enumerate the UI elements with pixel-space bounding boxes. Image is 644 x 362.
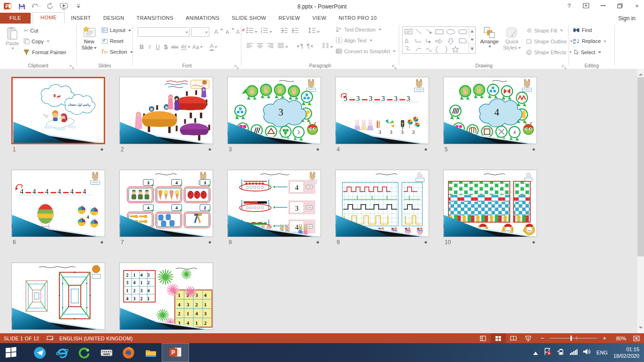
paragraph-dialog-launcher[interactable] [392,63,397,67]
animation-star-icon[interactable]: ★ [424,147,428,152]
animation-star-icon[interactable]: ★ [100,147,104,152]
slide-thumbnail-7[interactable]: 3 4 3 4 4 2 [119,170,213,237]
tray-clock[interactable]: 01:15 18/02/2020 [613,346,639,359]
tray-language-indicator[interactable]: ENG [596,350,608,355]
underline-button[interactable]: U [154,42,162,51]
slide-thumbnail-4[interactable]: 333333 3 3 3 3 [335,77,429,144]
shrink-font-button[interactable]: A [223,27,234,36]
animation-star-icon[interactable]: ★ [532,147,536,152]
paste-button[interactable]: Paste [4,26,21,50]
help-button[interactable]: ? [564,1,574,10]
zoom-out-button[interactable]: − [541,335,545,342]
scrollbar-thumb[interactable] [637,77,644,256]
align-right-button[interactable] [267,42,274,49]
line-spacing-button[interactable] [308,27,320,34]
tab-review[interactable]: REVIEW [272,13,306,24]
slide-thumbnail-2[interactable] [119,77,213,144]
font-name-combo[interactable] [138,27,190,37]
text-direction-button[interactable]: AText Direction [336,26,381,33]
slide-thumbnail-11[interactable] [11,263,105,330]
zoom-in-button[interactable]: + [603,335,606,342]
ltr-direction-button[interactable]: ¶ [297,43,303,49]
taskbar-powerpoint-icon[interactable]: P [162,343,189,362]
zoom-level[interactable]: 80% [610,336,626,341]
taskbar-file-explorer-icon[interactable] [140,343,162,362]
slide-thumbnail-5[interactable]: 4 4 [443,77,537,144]
normal-view-button[interactable] [476,333,491,343]
spell-check-icon[interactable] [47,336,54,341]
columns-button[interactable] [322,42,333,49]
align-center-button[interactable] [256,42,264,49]
slide-thumbnail-12[interactable]: 2 1 4 3 3 4 1 2 1 2 3 4 4 3 2 1 1 2 3 4 … [119,263,213,330]
tray-network-icon[interactable] [570,348,578,357]
rtl-direction-button[interactable]: ¶ [306,43,312,49]
format-painter-button[interactable]: Format Painter [24,49,66,55]
close-button[interactable]: × [632,1,642,10]
section-button[interactable]: Section [101,49,133,55]
animation-star-icon[interactable]: ★ [424,240,428,245]
numbering-button[interactable]: 123 [261,27,272,34]
justify-button[interactable] [277,42,288,49]
slide-sorter-view-button[interactable] [491,333,506,343]
tab-design[interactable]: DESIGN [97,13,131,24]
decrease-indent-button[interactable] [281,27,288,34]
shapes-gallery[interactable] [402,26,476,54]
slide-thumbnail-8[interactable]: 4 3 [227,170,321,237]
start-button[interactable] [0,343,22,362]
font-size-combo[interactable] [191,27,209,37]
reading-view-button[interactable] [506,333,521,343]
slide-thumbnail-9[interactable] [335,170,429,237]
slide-thumbnail-10[interactable] [443,170,537,237]
slide-show-button[interactable] [521,333,536,343]
text-shadow-button[interactable]: S [162,42,170,51]
clipboard-dialog-launcher[interactable] [70,63,74,67]
minimize-button[interactable] [598,1,608,10]
reset-button[interactable]: Reset [101,38,124,44]
tab-nitro-pro[interactable]: NITRO PRO 10 [332,13,383,24]
animation-star-icon[interactable]: ★ [532,240,536,245]
taskbar-firefox-icon[interactable] [117,343,140,362]
new-slide-button[interactable]: New Slide [79,26,99,51]
fit-slide-to-window-button[interactable] [629,333,644,343]
taskbar-internet-explorer-icon[interactable] [51,343,73,362]
animation-star-icon[interactable]: ★ [208,147,212,152]
zoom-slider-thumb[interactable] [570,336,572,341]
slide-indicator[interactable]: SLIDE 1 OF 12 [4,336,39,341]
language-indicator[interactable]: ENGLISH (UNITED KINGDOM) [59,336,132,341]
increase-indent-button[interactable] [291,27,299,34]
tab-home[interactable]: HOME [33,12,65,24]
replace-button[interactable]: abacReplace [573,38,606,44]
tab-insert[interactable]: INSERT [65,13,97,24]
tab-slide-show[interactable]: SLIDE SHOW [226,13,272,24]
slide-thumbnail-3[interactable]: 3 3 [227,77,321,144]
zoom-slider[interactable] [550,338,597,338]
taskbar-telegram-icon[interactable] [29,343,51,362]
find-button[interactable]: Find [573,27,592,33]
taskbar-green-swirl-icon[interactable] [73,343,95,362]
drawing-dialog-launcher[interactable] [562,63,567,67]
ribbon-display-options-button[interactable] [581,1,591,10]
copy-button[interactable]: Copy [24,38,50,44]
tab-view[interactable]: VIEW [306,13,332,24]
slide-thumbnail-1[interactable]: تم 8 ریاضی اول دبستان [11,77,105,144]
bold-button[interactable]: B [138,42,146,51]
slide-thumbnail-6[interactable]: 444444 4 4 [11,170,105,237]
convert-smartart-button[interactable]: Convert to SmartArt [336,48,396,54]
animation-star-icon[interactable]: ★ [100,240,104,245]
bullets-button[interactable] [246,27,257,34]
animation-star-icon[interactable]: ★ [316,147,320,152]
tray-volume-icon[interactable] [583,348,591,357]
shape-effects-button[interactable]: Shape Effects [526,49,572,55]
strikethrough-button[interactable]: abc [170,42,180,51]
align-text-button[interactable]: Align Text [336,37,372,43]
font-dialog-launcher[interactable] [234,63,239,67]
scroll-down-arrow[interactable] [639,327,643,330]
character-spacing-button[interactable]: AV [180,42,191,51]
arrange-button[interactable]: Arrange [479,26,500,48]
shape-outline-button[interactable]: Shape Outline [526,38,573,44]
shapes-gallery-scroll[interactable] [469,27,475,53]
font-color-button[interactable]: A [207,42,220,51]
italic-button[interactable]: I [146,42,154,51]
align-left-button[interactable] [246,42,253,49]
shape-fill-button[interactable]: Shape Fill [526,27,563,33]
